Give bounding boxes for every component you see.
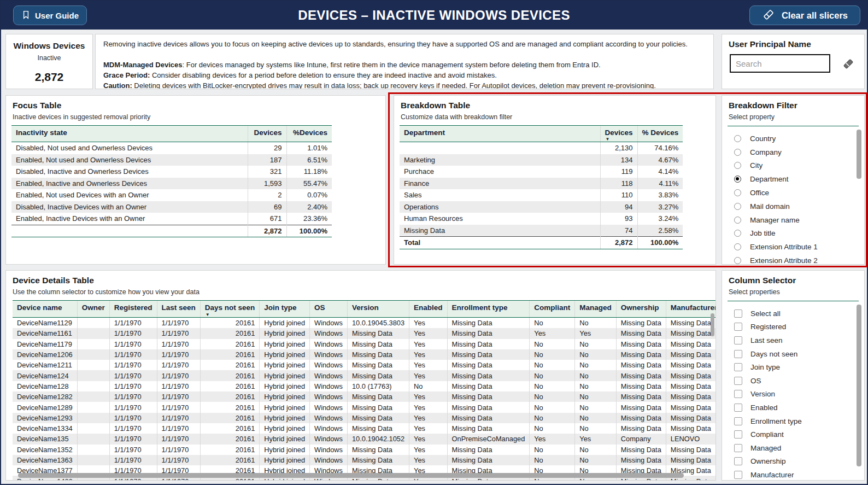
cell[interactable]: Windows <box>310 391 348 402</box>
cell[interactable] <box>77 381 109 391</box>
cell[interactable] <box>77 402 109 412</box>
column-header-os[interactable]: OS <box>310 301 348 318</box>
cell[interactable]: Missing Data <box>447 402 530 412</box>
cell[interactable]: DeviceName1206 <box>13 349 77 360</box>
cell[interactable]: 4.67% <box>637 154 683 166</box>
checkbox-option-registered[interactable]: Registered <box>734 320 864 334</box>
cell[interactable]: Missing Data <box>347 339 409 349</box>
cell[interactable]: 20161 <box>200 434 260 444</box>
cell[interactable]: Yes <box>409 349 448 360</box>
cell[interactable]: 1/1/1970 <box>109 413 157 423</box>
cell[interactable]: No <box>575 402 617 412</box>
cell[interactable]: Human Resources <box>400 213 600 225</box>
cell[interactable]: Missing Data <box>616 381 666 391</box>
cell[interactable]: 118 <box>600 178 637 190</box>
cell[interactable]: No <box>530 413 575 423</box>
cell[interactable]: Windows <box>310 455 348 465</box>
checkbox-option-os[interactable]: OS <box>734 374 864 388</box>
cell[interactable]: 1/1/1970 <box>109 339 157 349</box>
cell[interactable]: Enabled, Not used and Ownerless Devices <box>11 154 248 166</box>
cell[interactable]: Hybrid joined <box>260 445 310 455</box>
cell[interactable]: Hybrid joined <box>260 413 310 423</box>
cell[interactable]: 10.0.19045.3803 <box>347 318 409 329</box>
clear-all-slicers-button[interactable]: Clear all slicers <box>749 5 860 25</box>
cell[interactable]: 29 <box>248 142 286 154</box>
focus-row[interactable]: Enabled, Inactive Devices with an Owner6… <box>11 213 332 225</box>
cell[interactable]: Missing Data <box>347 445 409 455</box>
column-header-department[interactable]: Department <box>400 126 600 142</box>
cell[interactable]: 1/1/1970 <box>109 402 157 412</box>
cell[interactable]: Missing Data <box>616 423 666 434</box>
cell[interactable]: 20161 <box>200 413 260 423</box>
cell[interactable]: Purchace <box>400 166 600 178</box>
cell[interactable]: Windows <box>310 360 348 370</box>
column-header-compliant[interactable]: Compliant <box>530 301 575 318</box>
cell[interactable]: Missing Data <box>666 455 716 465</box>
cell[interactable] <box>77 339 109 349</box>
cell[interactable]: Windows <box>310 318 348 329</box>
cell[interactable] <box>77 413 109 423</box>
column-header-enrollment-type[interactable]: Enrollment type <box>447 301 530 318</box>
cell[interactable]: Missing Data <box>666 370 716 381</box>
cell[interactable]: Windows <box>310 370 348 381</box>
cell[interactable]: Hybrid joined <box>260 339 310 349</box>
cell[interactable]: Yes <box>409 318 448 329</box>
cell[interactable]: 74.16% <box>637 142 683 154</box>
cell[interactable]: No <box>530 381 575 391</box>
checkbox-option-compliant[interactable]: Compliant <box>734 428 864 441</box>
column-header-devices[interactable]: Devices▼ <box>600 126 637 142</box>
device-row[interactable]: DeviceName12821/1/19701/1/197020161Hybri… <box>13 391 716 402</box>
cell[interactable]: 10.0 (17763) <box>347 381 409 391</box>
cell[interactable]: 3.83% <box>637 189 683 201</box>
cell[interactable]: 1.01% <box>286 142 332 154</box>
cell[interactable]: 1/1/1970 <box>157 381 200 391</box>
cell[interactable]: Windows <box>310 339 348 349</box>
cell[interactable]: Hybrid joined <box>260 370 310 381</box>
cell[interactable]: DeviceName1293 <box>13 413 77 423</box>
column-header-registered[interactable]: Registered <box>109 301 157 318</box>
cell[interactable]: DeviceName1363 <box>13 455 77 465</box>
cell[interactable]: 671 <box>248 213 286 225</box>
cell[interactable]: No <box>575 349 617 360</box>
cell[interactable]: Yes <box>409 455 448 465</box>
column-header-managed[interactable]: Managed <box>575 301 617 318</box>
cell[interactable]: 4.14% <box>637 166 683 178</box>
column-header-devices[interactable]: Devices <box>248 126 286 142</box>
cell[interactable]: 20161 <box>200 445 260 455</box>
cell[interactable]: Missing Data <box>447 455 530 465</box>
cell[interactable]: Missing Data <box>447 360 530 370</box>
device-row[interactable]: DeviceName11611/1/19701/1/197020161Hybri… <box>13 328 716 338</box>
cell[interactable]: Yes <box>409 339 448 349</box>
cell[interactable]: 321 <box>248 166 286 178</box>
cell[interactable]: 1/1/1970 <box>109 423 157 434</box>
cell[interactable]: Marketing <box>400 154 600 166</box>
cell[interactable]: Hybrid joined <box>260 455 310 465</box>
cell[interactable]: 1/1/1970 <box>157 413 200 423</box>
radio-option-department[interactable]: Department <box>734 172 864 186</box>
cell[interactable] <box>77 328 109 338</box>
cell[interactable]: 1/1/1970 <box>157 349 200 360</box>
cell[interactable]: No <box>575 391 617 402</box>
cell[interactable]: 119 <box>600 166 637 178</box>
radio-option-city[interactable]: City <box>734 159 864 173</box>
breakdown-row[interactable]: 2,13074.16% <box>400 142 683 154</box>
column-header-device-name[interactable]: Device name <box>13 301 77 318</box>
cell[interactable]: Missing Data <box>447 328 530 338</box>
cell[interactable]: 3.24% <box>637 213 683 225</box>
cell[interactable]: Operations <box>400 201 600 213</box>
cell[interactable]: Missing Data <box>447 423 530 434</box>
cell[interactable]: 55.47% <box>286 178 332 190</box>
column-header-devices[interactable]: % Devices <box>637 126 683 142</box>
cell[interactable]: Missing Data <box>666 349 716 360</box>
cell[interactable]: 93 <box>600 213 637 225</box>
cell[interactable]: Yes <box>575 328 617 338</box>
cell[interactable]: DeviceName1289 <box>13 402 77 412</box>
cell[interactable]: 94 <box>600 201 637 213</box>
cell[interactable]: 1/1/1970 <box>109 370 157 381</box>
cell[interactable]: Disabled, Not used and Ownerless Devices <box>11 142 248 154</box>
horizontal-scrollbar[interactable] <box>18 473 684 478</box>
cell[interactable]: 74 <box>600 225 637 237</box>
cell[interactable]: 1/1/1970 <box>109 318 157 329</box>
breakdown-row[interactable]: Human Resources933.24% <box>400 213 683 225</box>
cell[interactable]: Yes <box>409 370 448 381</box>
